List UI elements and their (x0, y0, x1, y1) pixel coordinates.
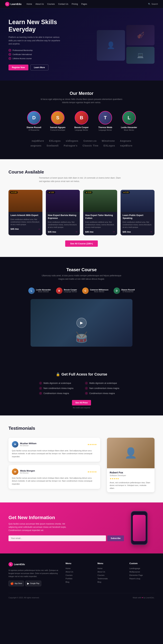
google-play-icon: ▶ (27, 582, 29, 585)
register-button[interactable]: Register Now (8, 64, 28, 70)
brand-11: najeBlure (120, 144, 132, 147)
instructor-item-4: D Dianne Russell UI Researcher (114, 288, 135, 294)
instructor-role-3: Music Mentor (90, 291, 108, 292)
nav-logo[interactable]: L LearnEdu (5, 2, 22, 6)
footer-link-about-2[interactable]: About Us (98, 571, 122, 573)
mentor-avatar-1: D (27, 111, 41, 124)
footer-col-2: Menu Home About Us Courses Testimonials … (98, 562, 122, 586)
course-footer-2: $45 /mo → (48, 230, 78, 233)
featured-role: Software Developer (110, 474, 152, 476)
hero-section: Learn New Skills Everyday Platform as le… (0, 8, 163, 80)
brand-3: Conner.co (84, 140, 96, 142)
testimonial-header-1: M Mcallan William Art Director ★★★★★ (12, 441, 97, 448)
nav-link-pages[interactable]: Pages (81, 3, 87, 5)
nav-link-about[interactable]: About Us (36, 3, 44, 5)
footer-col-1: Menu Home About Us Courses Portfolio Blo… (66, 562, 91, 586)
search-icon: 🔍 (148, 3, 150, 5)
phone-device (131, 511, 148, 545)
instructor-info-1: Leslie Alexander Music Director (36, 289, 51, 292)
mentor-name-4: Theresa Webb (96, 126, 114, 129)
subscribe-button[interactable]: Subscribe (107, 536, 124, 541)
nav-logo-icon: L (5, 2, 10, 6)
feature-dot-2: ✓ (8, 53, 11, 56)
course-card-1: ★ 5.00 Learn Artwork With Expert Enim ve… (8, 190, 42, 236)
access-features: ✓ Mattis dignissim at scelerisque ✓ Matt… (30, 382, 132, 395)
teaser-section: Teaser Course Ullamcorp nulla amet, id d… (0, 257, 163, 365)
mentor-avatar-5: L (122, 111, 136, 124)
check-icon-1: ✓ (39, 382, 42, 385)
phone-screen (133, 515, 146, 541)
footer-link-report[interactable]: Report a bug (130, 578, 154, 580)
footer-link-multipurpose[interactable]: Multipurpose (130, 571, 154, 573)
brand-2: sidlogoes (66, 140, 78, 142)
video-play-button[interactable]: ▶ (76, 318, 86, 328)
footer-link-about-1[interactable]: About Us (66, 571, 91, 573)
testimonials-layout: M Mcallan William Art Director ★★★★★ Qui… (8, 438, 154, 492)
footer-link-courses-1[interactable]: Courses (66, 574, 91, 576)
footer-link-blog-1[interactable]: Blog (66, 581, 91, 583)
app-store-button[interactable]: 🍎 App Store (8, 580, 24, 586)
course-card-2: ★ 5.00 How Expert Barista Making Express… (46, 190, 80, 236)
footer-link-courses-2[interactable]: Courses (98, 574, 122, 576)
hero-feature-2: ✓ Certificate International (8, 53, 73, 56)
lock-icon: 🔒 (56, 372, 60, 376)
check-icon-3: ✓ (39, 387, 42, 390)
footer-link-home-1[interactable]: Home (66, 567, 91, 570)
nav-link-contact[interactable]: Contact Us (58, 3, 68, 5)
course-desc-3: Enim vestibulum eleifend urna. Nisl cond… (85, 221, 115, 228)
testimonial-role-2: Art Director (20, 472, 35, 474)
course-arrow-3[interactable]: → (112, 230, 115, 233)
footer-link-home-2[interactable]: Home (98, 567, 122, 570)
testimonial-info-2: Weda Mongen Art Director (20, 470, 35, 474)
hero-title: Learn New Skills Everyday (8, 18, 73, 33)
instructor-avatar-1: L (28, 288, 35, 294)
nav-link-courses[interactable]: Courses (47, 3, 55, 5)
feature-dot-1: ✓ (8, 49, 11, 52)
footer-link-landingpage[interactable]: Landingpage (130, 567, 154, 570)
mentors-grid: D Dianne Russell UI Researcher S Sannah … (8, 111, 154, 131)
mentor-section-subtitle: Id lacus eget adipiscing ac donec feliis… (39, 98, 124, 104)
instructor-avatar-2: B (56, 288, 62, 294)
instructor-name-2: Bessie Cooper (64, 289, 77, 291)
cta-phone-mockup (131, 511, 154, 545)
footer-link-elementor[interactable]: Elementor Page (130, 574, 154, 576)
mentor-card-2: S Sannah Nguyen Frontend Developer (48, 111, 67, 131)
testimonial-avatar-2: W (12, 468, 18, 475)
instructor-item-1: L Leslie Alexander Music Director (28, 288, 51, 294)
see-all-courses-button[interactable]: See All Course (100+) (65, 240, 98, 247)
course-image-1: ★ 5.00 (8, 190, 42, 212)
footer-link-portfolio[interactable]: Portfolio (66, 578, 91, 580)
course-arrow-2[interactable]: → (75, 230, 78, 233)
course-rating-4: ★ 5.00 (122, 191, 130, 194)
nav-search[interactable]: 🔍 Search (148, 3, 158, 5)
course-body-2: How Expert Barista Making Expresso Enim … (46, 212, 80, 236)
nav-link-pricing[interactable]: Pricing (72, 3, 78, 5)
google-play-button[interactable]: ▶ Google Play (25, 580, 41, 586)
course-arrow-1[interactable]: → (38, 228, 40, 230)
footer-logo: L LearnEdu (8, 562, 59, 566)
course-arrow-4[interactable]: → (150, 230, 152, 233)
check-icon-4: ✓ (85, 387, 88, 390)
footer-col-3: Custom Landingpage Multipurpose Elemento… (130, 562, 154, 586)
footer: L LearnEdu Id egestas pretium pellentesq… (0, 554, 163, 602)
course-rating-3: ★ 5.00 (84, 191, 92, 194)
store-buttons: 🍎 App Store ▶ Google Play (8, 580, 59, 586)
testimonials-right: 👤 Robert Fox Software Developer ★★★★★ Am… (107, 438, 154, 492)
learn-more-button[interactable]: Learn More (30, 64, 48, 70)
testimonial-name-2: Weda Mongen (20, 470, 35, 472)
cta-title: Get New Information (8, 515, 124, 520)
nav-link-home[interactable]: Home (27, 3, 32, 5)
course-desc-4: Enim vestibulum eleifend urna. Nisl cond… (122, 221, 152, 228)
star-icon-2: ★ (48, 192, 50, 193)
testimonial-card-2: W Weda Mongen Art Director ★★★★★ Quis fa… (8, 465, 100, 489)
email-input[interactable] (8, 536, 106, 541)
course-image-2: ★ 5.00 (46, 190, 80, 212)
instructor-item-3: C Cameron Williamson Music Mentor (82, 288, 108, 294)
testimonial-card-1: M Mcallan William Art Director ★★★★★ Qui… (8, 438, 100, 462)
footer-link-blog-2[interactable]: Blog (98, 581, 122, 583)
testimonials-section: Testimonials M Mcallan William Art Direc… (0, 416, 163, 503)
featured-image: 👤 (107, 438, 154, 468)
footer-link-testimonials[interactable]: Testimonials (98, 578, 122, 580)
see-all-price-button[interactable]: See All Price (72, 400, 91, 406)
course-desc-1: Enim vestibulum eleifend urna. Nisl cond… (10, 218, 40, 226)
